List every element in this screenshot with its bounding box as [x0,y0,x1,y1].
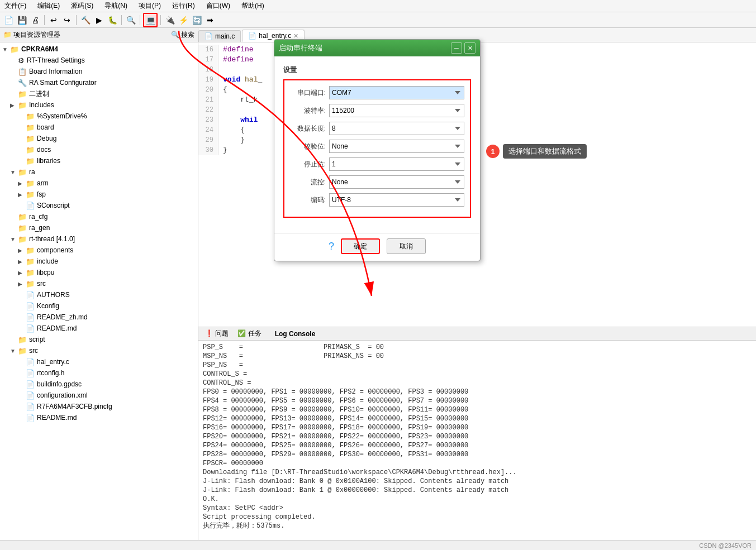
form-row-0: 串口端口:COM7 [290,86,464,99]
dialog-titlebar-buttons: ─ ✕ [451,42,476,54]
form-select-4[interactable]: 1 [329,157,464,171]
form-select-6[interactable]: UTF-8 [329,193,464,207]
dialog-confirm-btn[interactable]: 确定 [341,238,380,254]
serial-terminal-dialog: 启动串行终端 ─ ✕ 设置 串口端口:COM7波特率:115200数据长度:8校… [274,39,481,261]
dialog-body: 设置 串口端口:COM7波特率:115200数据长度:8校验位:None停止位:… [274,56,480,233]
dialog-title: 启动串行终端 [279,43,322,53]
form-select-1[interactable]: 115200 [329,104,464,117]
annotation-number: 1 [486,145,500,158]
form-label-0: 串口端口: [290,88,329,98]
dialog-close-btn[interactable]: ✕ [464,42,476,54]
dialog-footer: ? 确定 取消 [274,233,480,261]
dialog-help-icon[interactable]: ? [329,241,334,252]
dialog-minimize-btn[interactable]: ─ [451,42,462,54]
form-label-5: 流控: [290,178,329,187]
dialog-section-label: 设置 [283,65,471,75]
form-row-1: 波特率:115200 [290,104,464,117]
form-row-3: 校验位:None [290,140,464,153]
annotation-text: 选择端口和数据流格式 [503,144,587,159]
form-label-3: 校验位: [290,142,329,151]
dialog-fields-box: 串口端口:COM7波特率:115200数据长度:8校验位:None停止位:1流控… [283,79,471,218]
form-row-5: 流控:None [290,175,464,189]
form-label-1: 波特率: [290,106,329,116]
dialog-overlay: 启动串行终端 ─ ✕ 设置 串口端口:COM7波特率:115200数据长度:8校… [0,0,756,550]
dialog-cancel-btn[interactable]: 取消 [387,238,426,254]
form-row-6: 编码:UTF-8 [290,193,464,207]
dialog-titlebar: 启动串行终端 ─ ✕ [274,40,480,56]
form-label-4: 停止位: [290,160,329,169]
form-label-6: 编码: [290,195,329,205]
form-select-0[interactable]: COM7 [329,86,464,99]
form-select-3[interactable]: None [329,140,464,153]
form-row-4: 停止位:1 [290,157,464,171]
form-row-2: 数据长度:8 [290,122,464,135]
form-label-2: 数据长度: [290,124,329,133]
form-select-2[interactable]: 8 [329,122,464,135]
annotation-bubble: 1 选择端口和数据流格式 [486,144,587,159]
form-select-5[interactable]: None [329,175,464,189]
